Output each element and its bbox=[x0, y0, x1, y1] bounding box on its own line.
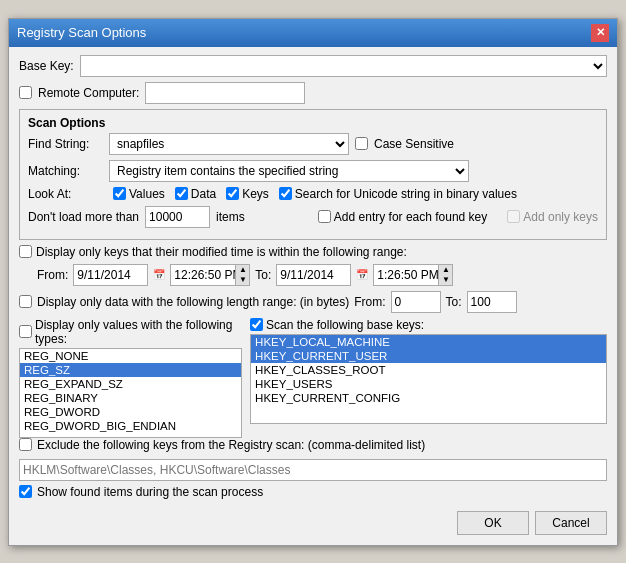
modified-range-section: Display only keys that their modified ti… bbox=[19, 245, 607, 286]
exclude-input[interactable] bbox=[19, 459, 607, 481]
matching-select[interactable]: Registry item contains the specified str… bbox=[109, 160, 469, 182]
remote-computer-input[interactable] bbox=[145, 82, 305, 104]
from-date-input[interactable] bbox=[73, 264, 148, 286]
modified-range-checkbox[interactable] bbox=[19, 245, 32, 258]
exclude-checkbox[interactable] bbox=[19, 438, 32, 451]
exclude-checkbox-row: Exclude the following keys from the Regi… bbox=[19, 438, 607, 452]
keys-list: HKEY_LOCAL_MACHINE HKEY_CURRENT_USER HKE… bbox=[250, 334, 607, 424]
exclude-label: Exclude the following keys from the Regi… bbox=[37, 438, 425, 452]
items-input[interactable] bbox=[145, 206, 210, 228]
unicode-checkbox-label: Search for Unicode string in binary valu… bbox=[279, 187, 517, 201]
find-string-label: Find String: bbox=[28, 137, 103, 151]
case-sensitive-checkbox[interactable] bbox=[355, 137, 368, 150]
show-found-checkbox[interactable] bbox=[19, 485, 32, 498]
matching-label: Matching: bbox=[28, 164, 103, 178]
values-checkbox-label: Values bbox=[113, 187, 165, 201]
data-checkbox-label: Data bbox=[175, 187, 216, 201]
scan-base-keys-label: Scan the following base keys: bbox=[266, 318, 424, 332]
exclude-section: Exclude the following keys from the Regi… bbox=[19, 438, 607, 481]
find-string-select[interactable]: snapfiles bbox=[109, 133, 349, 155]
dialog: Registry Scan Options ✕ Base Key: Remote… bbox=[8, 18, 618, 546]
length-to-input[interactable] bbox=[467, 291, 517, 313]
list-item[interactable]: REG_DWORD_BIG_ENDIAN bbox=[20, 419, 241, 433]
button-row: OK Cancel bbox=[19, 507, 607, 537]
close-button[interactable]: ✕ bbox=[591, 24, 609, 42]
data-checkbox[interactable] bbox=[175, 187, 188, 200]
list-item[interactable]: REG_BINARY bbox=[20, 391, 241, 405]
modified-range-label: Display only keys that their modified ti… bbox=[36, 245, 407, 259]
dont-load-row: Don't load more than items Add entry for… bbox=[28, 206, 598, 228]
base-key-row: Base Key: bbox=[19, 55, 607, 77]
to-label-1: To: bbox=[255, 268, 271, 282]
length-to-label: To: bbox=[446, 295, 462, 309]
from-time-up[interactable]: ▲ bbox=[235, 265, 249, 275]
to-time-arrows: ▲ ▼ bbox=[438, 265, 452, 285]
length-range-label: Display only data with the following len… bbox=[37, 295, 349, 309]
cancel-button[interactable]: Cancel bbox=[535, 511, 607, 535]
remote-computer-label: Remote Computer: bbox=[38, 86, 139, 100]
matching-row: Matching: Registry item contains the spe… bbox=[28, 160, 598, 182]
values-label: Values bbox=[129, 187, 165, 201]
from-time-down[interactable]: ▼ bbox=[235, 275, 249, 285]
list-item[interactable]: HKEY_LOCAL_MACHINE bbox=[251, 335, 606, 349]
add-only-keys-text: Add only keys bbox=[523, 210, 598, 224]
unicode-checkbox[interactable] bbox=[279, 187, 292, 200]
show-found-row: Show found items during the scan process bbox=[19, 485, 607, 499]
dont-load-label: Don't load more than bbox=[28, 210, 139, 224]
items-label: items bbox=[216, 210, 245, 224]
to-date-input[interactable] bbox=[276, 264, 351, 286]
list-item[interactable]: REG_NONE bbox=[20, 349, 241, 363]
look-at-label: Look At: bbox=[28, 187, 103, 201]
scan-options-label: Scan Options bbox=[28, 116, 598, 130]
length-from-label: From: bbox=[354, 295, 385, 309]
scan-base-keys-checkbox[interactable] bbox=[250, 318, 263, 331]
list-item[interactable]: REG_EXPAND_SZ bbox=[20, 377, 241, 391]
length-range-checkbox[interactable] bbox=[19, 295, 32, 308]
keys-checkbox-row: Scan the following base keys: bbox=[250, 318, 607, 332]
remote-computer-row: Remote Computer: bbox=[19, 82, 607, 104]
length-range-row: Display only data with the following len… bbox=[19, 291, 607, 313]
from-date-icon[interactable]: 📅 bbox=[153, 269, 165, 280]
list-item[interactable]: HKEY_CLASSES_ROOT bbox=[251, 363, 606, 377]
show-found-label: Show found items during the scan process bbox=[37, 485, 263, 499]
to-time-spinner: ▲ ▼ bbox=[373, 264, 453, 286]
types-checkbox[interactable] bbox=[19, 325, 32, 338]
look-at-row: Look At: Values Data Keys Search for Uni… bbox=[28, 187, 598, 201]
to-date-icon[interactable]: 📅 bbox=[356, 269, 368, 280]
from-time-spinner: ▲ ▼ bbox=[170, 264, 250, 286]
list-item[interactable]: HKEY_CURRENT_CONFIG bbox=[251, 391, 606, 405]
list-item[interactable]: REG_DWORD bbox=[20, 405, 241, 419]
from-time-arrows: ▲ ▼ bbox=[235, 265, 249, 285]
length-from-input[interactable] bbox=[391, 291, 441, 313]
find-string-row: Find String: snapfiles Case Sensitive bbox=[28, 133, 598, 155]
ok-button[interactable]: OK bbox=[457, 511, 529, 535]
modified-range-checkbox-row: Display only keys that their modified ti… bbox=[19, 245, 607, 259]
values-checkbox[interactable] bbox=[113, 187, 126, 200]
to-time-up[interactable]: ▲ bbox=[438, 265, 452, 275]
to-time-down[interactable]: ▼ bbox=[438, 275, 452, 285]
keys-checkbox[interactable] bbox=[226, 187, 239, 200]
from-label-1: From: bbox=[37, 268, 68, 282]
remote-computer-checkbox[interactable] bbox=[19, 86, 32, 99]
add-entry-checkbox[interactable] bbox=[318, 210, 331, 223]
list-item[interactable]: HKEY_USERS bbox=[251, 377, 606, 391]
list-item[interactable]: HKEY_CURRENT_USER bbox=[251, 349, 606, 363]
dialog-title: Registry Scan Options bbox=[17, 25, 146, 40]
modified-range-inputs: From: 📅 ▲ ▼ To: 📅 ▲ ▼ bbox=[19, 264, 607, 286]
add-entry-checkbox-label: Add entry for each found key bbox=[318, 210, 487, 224]
dialog-body: Base Key: Remote Computer: Scan Options … bbox=[9, 47, 617, 545]
base-key-label: Base Key: bbox=[19, 59, 74, 73]
keys-checkbox-label: Keys bbox=[226, 187, 269, 201]
add-only-keys-label: Add only keys bbox=[507, 210, 598, 224]
add-only-keys-checkbox[interactable] bbox=[507, 210, 520, 223]
add-entry-label: Add entry for each found key bbox=[334, 210, 487, 224]
list-item[interactable]: REG_SZ bbox=[20, 363, 241, 377]
types-keys-container: Display only values with the following t… bbox=[19, 318, 607, 438]
types-checkbox-row: Display only values with the following t… bbox=[19, 318, 242, 346]
case-sensitive-label: Case Sensitive bbox=[374, 137, 454, 151]
title-bar: Registry Scan Options ✕ bbox=[9, 19, 617, 47]
types-list: REG_NONE REG_SZ REG_EXPAND_SZ REG_BINARY… bbox=[19, 348, 242, 438]
unicode-label: Search for Unicode string in binary valu… bbox=[295, 187, 517, 201]
base-key-select[interactable] bbox=[80, 55, 607, 77]
keys-label: Keys bbox=[242, 187, 269, 201]
